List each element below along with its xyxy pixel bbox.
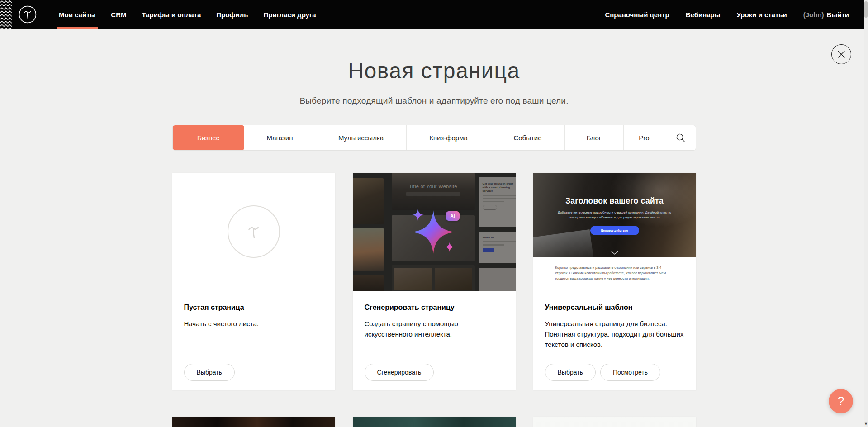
card-actions: Выбрать (184, 364, 235, 381)
template-card-partial[interactable] (172, 417, 335, 427)
nav-my-sites[interactable]: Мои сайты (51, 0, 103, 29)
generate-button[interactable]: Сгенерировать (365, 364, 434, 381)
secondary-nav: Справочный центр Вебинары Уроки и статьи… (597, 0, 849, 29)
tab-blog[interactable]: Блог (565, 125, 624, 150)
tab-search[interactable] (665, 125, 696, 150)
page-subtitle: Выберите подходящий шаблон и адаптируйте… (0, 96, 868, 106)
card-title: Универсальный шаблон (545, 304, 684, 312)
user-name: (John) (803, 11, 824, 19)
template-hero-subtitle: Добавьте интересные подробности о вашей … (553, 210, 676, 220)
nav-webinars[interactable]: Вебинары (678, 0, 729, 29)
card-description: Начать с чистого листа. (184, 318, 323, 329)
template-cta-button: Целевое действие (590, 226, 639, 235)
tab-business[interactable]: Бизнес (173, 125, 244, 150)
card-title: Пустая страница (184, 304, 323, 312)
nav-profile[interactable]: Профиль (209, 0, 256, 29)
top-navbar: Мои сайты CRM Тарифы и оплата Профиль Пр… (0, 0, 868, 29)
card-universal-template[interactable]: Заголовок вашего сайта Добавьте интересн… (533, 173, 696, 390)
nav-invite-friend[interactable]: Пригласи друга (256, 0, 323, 29)
card-description: Универсальная страница для бизнеса. Поня… (545, 318, 684, 350)
chevron-down-icon (611, 251, 619, 255)
template-hero-title: Заголовок вашего сайта (533, 196, 696, 206)
tab-pro[interactable]: Pro (624, 125, 665, 150)
template-body-preview: Коротко представьтесь и расскажите о ком… (533, 257, 696, 291)
logout-control[interactable]: (John) Выйти (795, 0, 849, 29)
tilda-logo[interactable] (19, 5, 37, 24)
logout-link[interactable]: Выйти (827, 11, 849, 19)
select-universal-button[interactable]: Выбрать (545, 364, 596, 381)
card-actions: Сгенерировать (365, 364, 434, 381)
ai-badge: AI (446, 211, 460, 221)
template-body-text: Коротко представьтесь и расскажите о ком… (555, 265, 674, 282)
template-thumbnail (172, 417, 335, 427)
sparkle-small-icon (445, 242, 455, 252)
nav-lessons[interactable]: Уроки и статьи (729, 0, 795, 29)
card-blank-page[interactable]: Пустая страница Начать с чистого листа. … (172, 173, 335, 390)
template-card-partial[interactable] (533, 417, 696, 427)
template-card-partial[interactable] (353, 417, 516, 427)
select-blank-button[interactable]: Выбрать (184, 364, 235, 381)
close-icon (837, 50, 845, 58)
tab-event[interactable]: Событие (491, 125, 565, 150)
ai-thumbnail: Title of Your Website Get your house in … (353, 173, 516, 291)
page-title: Новая страница (0, 58, 868, 84)
card-actions: Выбрать Посмотреть (545, 364, 661, 381)
card-body: Сгенерировать страницу Создать страницу … (353, 291, 516, 340)
tab-shop[interactable]: Магазин (244, 125, 316, 150)
sparkle-small-icon (412, 209, 424, 221)
blank-page-thumbnail (172, 173, 335, 291)
scrollbar-down-arrow-icon[interactable]: ▼ (864, 421, 868, 427)
scrollbar-thumb[interactable] (864, 1, 868, 18)
card-body: Пустая страница Начать с чистого листа. (172, 291, 335, 329)
zigzag-pattern (0, 0, 12, 29)
main-nav: Мои сайты CRM Тарифы и оплата Профиль Пр… (51, 0, 324, 29)
nav-help-center[interactable]: Справочный центр (597, 0, 677, 29)
nav-tariffs[interactable]: Тарифы и оплата (134, 0, 209, 29)
preview-universal-button[interactable]: Посмотреть (600, 364, 660, 381)
tilda-watermark (228, 205, 280, 258)
card-title: Сгенерировать страницу (365, 304, 504, 312)
card-body: Универсальный шаблон Универсальная стран… (533, 291, 696, 350)
template-thumbnail (353, 417, 516, 427)
template-thumbnail (533, 417, 696, 427)
universal-thumbnail: Заголовок вашего сайта Добавьте интересн… (533, 173, 696, 291)
template-hero-preview: Заголовок вашего сайта Добавьте интересн… (533, 173, 696, 257)
page-scrollbar[interactable]: ▼ (864, 0, 868, 427)
help-button[interactable]: ? (829, 389, 853, 413)
close-button[interactable] (831, 44, 851, 64)
card-description: Создать страницу с помощью искусственног… (365, 318, 504, 340)
tilda-glyph-icon (241, 219, 266, 244)
template-category-tabs: Бизнес Магазин Мультиссылка Квиз-форма С… (172, 125, 696, 151)
tab-multilink[interactable]: Мультиссылка (316, 125, 407, 150)
card-ai-generate[interactable]: Title of Your Website Get your house in … (353, 173, 516, 390)
template-grid: Пустая страница Начать с чистого листа. … (172, 173, 696, 427)
nav-crm[interactable]: CRM (103, 0, 134, 29)
tab-quiz-form[interactable]: Квиз-форма (407, 125, 491, 150)
search-icon (676, 133, 685, 142)
question-mark-icon: ? (837, 394, 844, 408)
